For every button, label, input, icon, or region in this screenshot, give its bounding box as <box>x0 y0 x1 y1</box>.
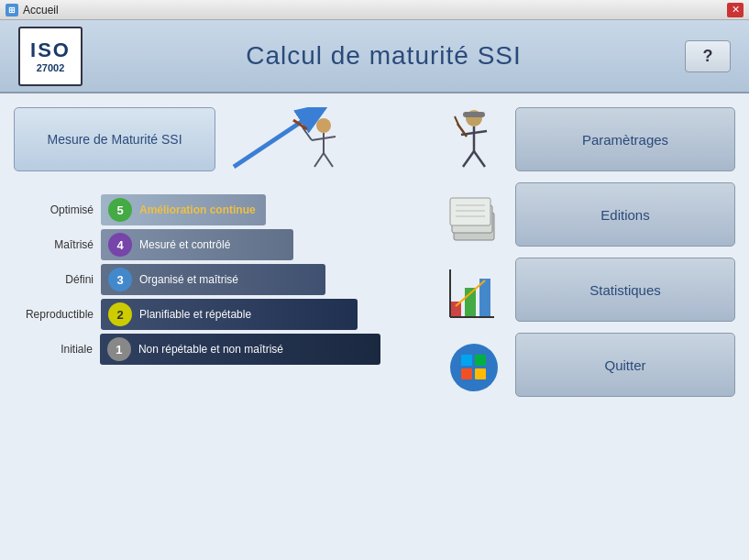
svg-line-5 <box>314 153 324 167</box>
level-3-circle: 3 <box>108 268 132 291</box>
svg-point-28 <box>450 344 498 391</box>
quitter-section: Quitter <box>442 333 735 397</box>
worker-icon <box>446 107 501 171</box>
pyramid: Optimisé 5 Amélioration continue Maîtris… <box>14 194 380 368</box>
level-5-circle: 5 <box>108 198 132 222</box>
level-1-label: Initiale <box>14 343 100 356</box>
help-button[interactable]: ? <box>685 40 731 72</box>
svg-rect-32 <box>475 368 486 379</box>
title-bar: ⊞ Accueil ✕ <box>0 0 749 20</box>
level-3-label: Défini <box>14 273 101 286</box>
left-panel: Mesure de Maturité SSI <box>14 107 428 546</box>
close-button[interactable]: ✕ <box>727 3 743 17</box>
svg-rect-10 <box>463 112 485 117</box>
app-icon: ⊞ <box>6 4 18 16</box>
level-5-label: Optimisé <box>14 203 101 216</box>
stack-pages-icon <box>446 185 501 245</box>
parametrages-button[interactable]: Paramètrages <box>515 107 735 171</box>
stickman-arrow-icon <box>225 107 344 171</box>
svg-line-6 <box>324 153 333 167</box>
svg-line-14 <box>474 151 485 167</box>
level-2-circle: 2 <box>108 302 132 326</box>
level-4-text: Mesuré et contrôlé <box>139 238 230 251</box>
level-2-text: Planifiable et répétable <box>139 308 251 321</box>
right-panel: Paramètrages <box>442 107 735 546</box>
svg-point-2 <box>316 118 331 133</box>
iso-number: 27002 <box>37 62 65 73</box>
iso-label: ISO <box>30 38 71 62</box>
svg-rect-30 <box>475 355 486 366</box>
svg-rect-29 <box>461 355 472 366</box>
svg-rect-19 <box>450 198 490 225</box>
windows-logo-icon <box>446 335 501 395</box>
svg-line-13 <box>463 151 474 167</box>
top-row: Mesure de Maturité SSI <box>14 107 428 171</box>
level-1-circle: 1 <box>107 337 131 361</box>
editions-section: Editions <box>442 182 735 247</box>
svg-line-1 <box>234 112 316 167</box>
bar-chart-icon <box>446 260 501 320</box>
quitter-button[interactable]: Quitter <box>515 333 735 397</box>
page-title: Calcul de maturité SSI <box>83 41 685 71</box>
main-content: Mesure de Maturité SSI <box>0 93 749 560</box>
statistiques-icon <box>442 258 506 322</box>
pyramid-level-2: Reproductible 2 Planifiable et répétable <box>14 299 380 330</box>
quitter-icon <box>442 333 506 397</box>
mesure-maturite-button[interactable]: Mesure de Maturité SSI <box>14 107 215 171</box>
level-2-label: Reproductible <box>14 308 101 321</box>
parametrages-section: Paramètrages <box>442 107 735 171</box>
level-4-circle: 4 <box>108 233 132 257</box>
pyramid-level-3: Défini 3 Organisé et maîtrisé <box>14 264 380 295</box>
iso-logo: ISO 27002 <box>18 27 83 86</box>
level-3-text: Organisé et maîtrisé <box>139 273 238 286</box>
window-title: Accueil <box>23 4 727 16</box>
svg-rect-24 <box>465 288 476 316</box>
pyramid-level-5: Optimisé 5 Amélioration continue <box>14 194 380 225</box>
pyramid-level-4: Maîtrisé 4 Mesuré et contrôlé <box>14 229 380 260</box>
editions-button[interactable]: Editions <box>515 182 735 247</box>
pyramid-level-1: Initiale 1 Non répétable et non maîtrisé <box>14 334 380 365</box>
statistiques-button[interactable]: Statistiques <box>515 258 735 322</box>
svg-line-16 <box>455 116 458 125</box>
level-1-text: Non répétable et non maîtrisé <box>138 343 283 356</box>
parametrages-icon <box>442 107 506 171</box>
statistiques-section: Statistiques <box>442 258 735 322</box>
svg-line-7 <box>303 127 312 140</box>
level-4-label: Maîtrisé <box>14 238 101 251</box>
svg-rect-31 <box>461 368 472 379</box>
editions-icon <box>442 182 506 247</box>
level-5-text: Amélioration continue <box>139 203 256 216</box>
header: ISO 27002 Calcul de maturité SSI ? <box>0 20 749 93</box>
